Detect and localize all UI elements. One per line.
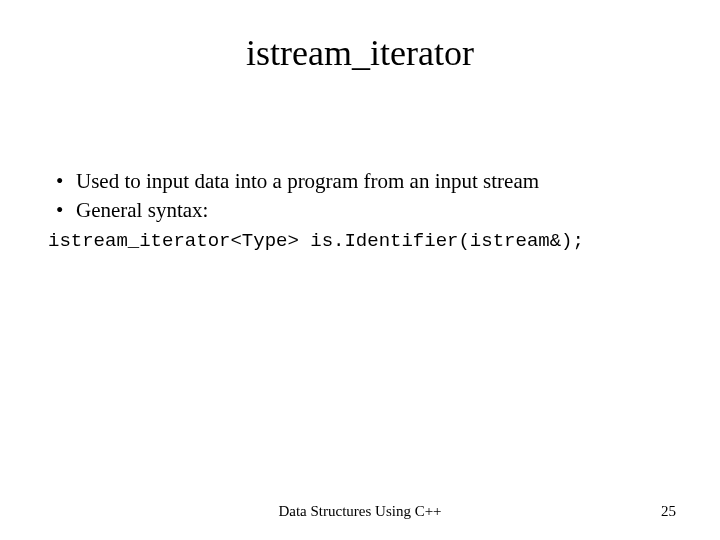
bullet-item: Used to input data into a program from a… — [48, 168, 672, 195]
slide-body: Used to input data into a program from a… — [48, 168, 672, 253]
slide: istream_iterator Used to input data into… — [0, 0, 720, 540]
code-syntax: istream_iterator<Type> is.Identifier(ist… — [48, 229, 672, 254]
slide-title: istream_iterator — [0, 32, 720, 74]
footer-text: Data Structures Using C++ — [0, 503, 720, 520]
bullet-item: General syntax: — [48, 197, 672, 224]
page-number: 25 — [661, 503, 676, 520]
bullet-list: Used to input data into a program from a… — [48, 168, 672, 225]
